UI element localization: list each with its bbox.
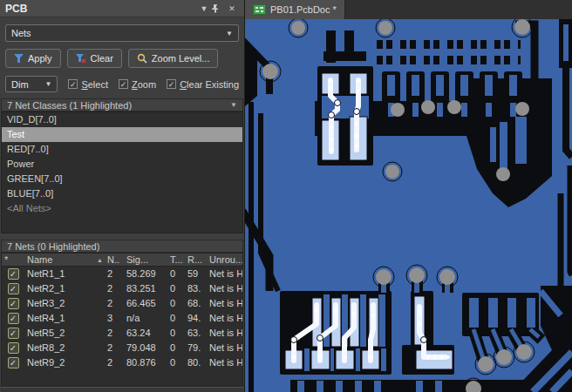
net-t-value: 0 [167,267,185,281]
net-nodes: 2 [105,267,124,281]
apply-label: Apply [28,53,52,64]
net-row[interactable]: ✓ NetR2_1 2 83.251 0 83. Net is Hid [2,281,242,296]
net-row[interactable]: ✓ NetR4_1 3 n/a 0 94. Net is Hid [2,311,242,326]
dim-combo[interactable]: Dim ▼ [5,76,58,92]
net-class-item[interactable]: VID_D[7..0] [2,112,242,127]
col-signal[interactable]: Sig... [124,253,167,266]
net-visible-checkbox[interactable]: ✓ [8,283,19,294]
nets-header-label: 7 Nets (0 Highlighted) [7,241,99,252]
net-routed-length: 80. [185,355,207,370]
net-class-item[interactable]: <All Nets> [2,201,242,216]
net-unrouted-status: Net is Hid [207,341,242,355]
net-unrouted-status: Net is Hid [207,355,242,370]
dim-value: Dim [11,79,29,90]
net-visible-checkbox[interactable]: ✓ [8,313,19,324]
net-class-item[interactable]: Test [2,127,242,142]
pcb-board-view[interactable] [245,19,572,392]
col-check[interactable]: * [2,253,24,266]
net-classes-header-label: 7 Net Classes (1 Highlighted) [7,100,132,111]
net-routed-length: 79. [185,341,207,355]
zoom-level-button[interactable]: Zoom Level... [128,49,219,68]
apply-button[interactable]: Apply [5,49,61,68]
close-icon[interactable]: ✕ [225,4,239,13]
clear-button[interactable]: Clear [67,49,122,68]
chevron-down-icon: ▼ [230,101,237,109]
net-unrouted-status: Net is Hid [207,281,242,296]
col-nodes[interactable]: N.. [105,253,124,266]
net-visible-checkbox[interactable]: ✓ [8,298,19,309]
pcb-canvas[interactable] [245,19,572,392]
clear-existing-checkbox[interactable]: ✓ Clear Existing [167,79,239,90]
net-name: NetR5_2 [24,326,105,341]
panel-titlebar: PCB ▼ ✕ [0,0,244,17]
chevron-down-icon: ▼ [44,80,51,88]
net-visible-checkbox[interactable]: ✓ [8,357,19,368]
nets-table-header-row[interactable]: * Name ▲ N.. Sig... T... R... Unrou... [2,253,242,267]
net-class-item[interactable]: Power [2,157,242,172]
net-nodes: 2 [105,326,124,341]
panel-mode-combo[interactable]: Nets ▼ [5,24,239,42]
net-t-value: 0 [167,355,185,370]
net-nodes: 3 [105,311,124,326]
net-signal-length: 79.048 [124,341,167,355]
net-t-value: 0 [167,296,185,311]
net-class-label: RED[7..0] [7,144,49,154]
net-nodes: 2 [105,296,124,311]
net-row[interactable]: ✓ NetR3_2 2 66.465 0 68. Net is Hid [2,296,242,311]
net-classes-header[interactable]: 7 Net Classes (1 Highlighted) ▼ [1,98,243,112]
select-checkbox[interactable]: ✓ Select [68,79,108,90]
net-row[interactable]: ✓ NetR9_2 2 80.876 0 80. Net is Hid [2,355,242,370]
net-t-value: 0 [167,311,185,326]
net-t-value: 0 [167,281,185,296]
net-t-value: 0 [167,341,185,355]
editor-area: PB01.PcbDoc * [245,0,572,392]
net-class-item[interactable]: RED[7..0] [2,142,242,157]
net-row[interactable]: ✓ NetR8_2 2 79.048 0 79. Net is Hid [2,341,242,355]
net-signal-length: 63.24 [124,326,167,341]
col-routed[interactable]: R... [185,253,207,266]
panel-title: PCB [5,3,197,15]
col-name[interactable]: Name ▲ [24,253,105,266]
pcb-doc-icon [253,4,266,15]
net-class-item[interactable]: BLUE[7..0] [2,186,242,201]
net-visible-checkbox[interactable]: ✓ [8,342,19,354]
magnifier-icon [137,53,147,64]
net-visible-checkbox[interactable]: ✓ [8,328,19,339]
tab-pb01-pcbdoc[interactable]: PB01.PcbDoc * [245,0,345,19]
net-name: NetR1_1 [24,267,105,281]
chevron-down-icon[interactable]: ▼ [197,4,211,13]
net-routed-length: 83. [185,281,207,296]
col-t[interactable]: T... [167,253,185,266]
nets-table-body: ✓ NetR1_1 2 58.269 0 59 Net is Hid ✓ Net… [2,267,242,370]
zoom-checkbox[interactable]: ✓ Zoom [119,79,156,90]
net-name: NetR3_2 [24,296,105,311]
tab-label: PB01.PcbDoc * [270,4,337,15]
net-class-list: VID_D[7..0] Test RED[7..0] Power GREEN[7… [1,112,243,233]
chevron-down-icon: ▼ [226,30,233,37]
zoom-level-label: Zoom Level... [152,53,210,64]
net-row[interactable]: ✓ NetR1_1 2 58.269 0 59 Net is Hid [2,267,242,281]
nets-header[interactable]: 7 Nets (0 Highlighted) [1,240,243,253]
net-class-label: Power [7,159,34,169]
col-unrouted[interactable]: Unrou... [207,253,242,266]
net-visible-checkbox[interactable]: ✓ [8,268,19,280]
net-routed-length: 94. [185,311,207,326]
net-class-label: <All Nets> [7,203,51,213]
net-t-value: 0 [167,326,185,341]
net-name: NetR2_1 [24,281,105,296]
net-row[interactable]: ✓ NetR5_2 2 63.24 0 63. Net is Hid [2,326,242,341]
net-signal-length: 80.876 [124,355,167,370]
net-class-label: VID_D[7..0] [7,114,57,125]
panel-options-row: Dim ▼ ✓ Select ✓ Zoom ✓ Clear Existing [5,76,239,92]
net-nodes: 2 [105,281,124,296]
zoom-label: Zoom [132,79,156,90]
pcb-panel: PCB ▼ ✕ Nets ▼ Apply Clear [0,0,245,392]
net-class-label: GREEN[7..0] [7,173,63,184]
net-signal-length: 58.269 [124,267,167,281]
select-label: Select [81,79,108,90]
net-unrouted-status: Net is Hid [207,296,242,311]
net-class-item[interactable]: GREEN[7..0] [2,172,242,186]
pin-icon[interactable] [211,3,225,13]
checkbox-check-icon: ✓ [68,79,78,89]
net-name: NetR9_2 [24,355,105,370]
